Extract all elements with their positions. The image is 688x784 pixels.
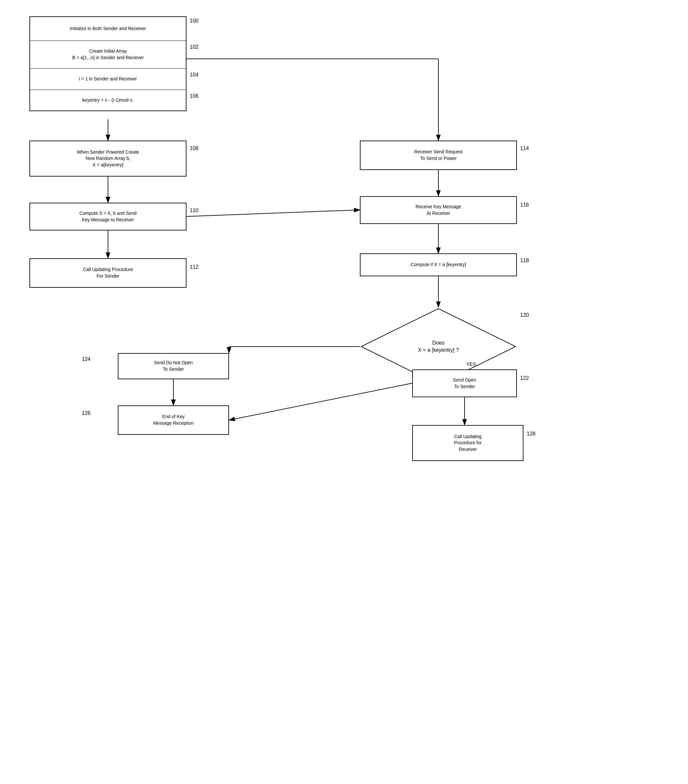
label-100: 100 [190, 18, 199, 24]
box-106-label: keyentry = n - (i-1)mod n. [82, 97, 134, 104]
box-124-label: Send Do Not Open To Sender [154, 360, 193, 372]
box-126: End of Key Message Reception [118, 405, 229, 435]
box-114: Receiver Send Request To Send or Power [360, 141, 517, 170]
yes-label: YES [466, 361, 476, 367]
box-100-label: Initialize in Both Sender and Receiver [70, 25, 146, 32]
label-106: 106 [190, 93, 199, 99]
label-128: 128 [527, 431, 536, 437]
box-102-label: Create Initial Array B = a[1...n] in Sen… [72, 48, 144, 61]
box-124: Send Do Not Open To Sender [118, 353, 229, 379]
label-102: 102 [190, 44, 199, 50]
box-106: keyentry = n - (i-1)mod n. [30, 90, 186, 111]
box-100: Initialize in Both Sender and Receiver [30, 16, 186, 41]
label-124: 124 [82, 356, 91, 362]
label-112: 112 [190, 264, 199, 270]
label-122: 122 [520, 376, 529, 381]
box-108-label: When Sender Powered Create New Random Ar… [77, 149, 139, 168]
box-122: Send Open To Sender [412, 369, 517, 397]
svg-line-15 [229, 383, 412, 420]
box-116-label: Receive Key Message At Receiver [416, 204, 461, 216]
label-116: 116 [520, 202, 529, 208]
diamond-120-label: DoesX = a [keyentry] ? [418, 339, 459, 354]
box-114-label: Receiver Send Request To Send or Power [414, 149, 463, 161]
box-128-label: Call Updating Procedure for Receiver [454, 433, 482, 453]
box-102: Create Initial Array B = a[1...n] in Sen… [30, 41, 186, 69]
box-108: When Sender Powered Create New Random Ar… [30, 141, 186, 176]
box-122-label: Send Open To Sender [453, 377, 476, 390]
box-116: Receive Key Message At Receiver [360, 196, 517, 224]
box-110: Compute S = X, b and Send Key Message to… [30, 203, 186, 231]
label-110: 110 [190, 208, 199, 214]
flowchart-diagram: Initialize in Both Sender and Receiver 1… [0, 0, 688, 784]
label-120: 120 [520, 312, 529, 318]
box-118-label: Compute if X = a [keyentry] [411, 262, 466, 268]
box-112: Call Updating Procedure For Sender [30, 258, 186, 288]
box-126-label: End of Key Message Reception [153, 413, 194, 426]
box-118: Compute if X = a [keyentry] [360, 254, 517, 276]
box-128: Call Updating Procedure for Receiver [412, 425, 523, 461]
box-112-label: Call Updating Procedure For Sender [83, 267, 133, 279]
arrows-svg [0, 0, 688, 784]
box-104: i = 1 in Sender and Receiver [30, 69, 186, 90]
label-126: 126 [82, 410, 91, 416]
box-110-label: Compute S = X, b and Send Key Message to… [79, 210, 137, 223]
svg-line-4 [186, 210, 360, 216]
label-108: 108 [190, 145, 199, 152]
label-118: 118 [520, 258, 529, 264]
label-114: 114 [520, 145, 529, 152]
box-104-label: i = 1 in Sender and Receiver [79, 76, 137, 82]
label-104: 104 [190, 72, 199, 78]
